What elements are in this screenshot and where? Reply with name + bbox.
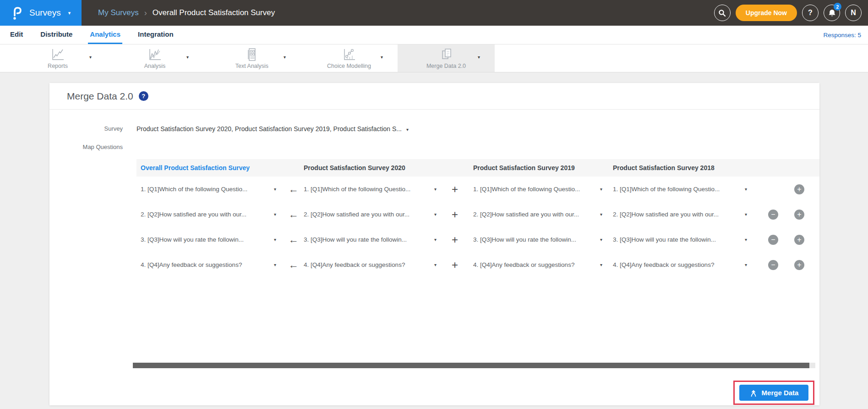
- tab-distribute[interactable]: Distribute: [38, 26, 74, 44]
- table-header: Overall Product Satisfaction Survey Prod…: [136, 159, 819, 177]
- topbar-actions: Upgrade Now ? 2 N: [714, 5, 868, 21]
- choice-chart-icon: [341, 48, 357, 61]
- panel-header: Merge Data 2.0 ?: [49, 83, 819, 110]
- help-icon[interactable]: ?: [139, 91, 148, 101]
- chevron-down-icon: ▾: [434, 212, 437, 217]
- chevron-down-icon: ▾: [68, 10, 71, 16]
- chevron-down-icon: ▾: [434, 187, 437, 192]
- chevron-down-icon[interactable]: ▾: [89, 55, 92, 60]
- question-dropdown[interactable]: 1. [Q1]Which of the following Questio...…: [141, 177, 276, 202]
- remove-row-button[interactable]: −: [768, 235, 778, 245]
- merge-data-panel: Merge Data 2.0 ? Survey Product Satisfac…: [49, 83, 819, 405]
- toolbar-item-reports[interactable]: ▾ Reports: [9, 44, 106, 72]
- tab-analytics[interactable]: Analytics: [88, 26, 122, 44]
- page-content: Merge Data 2.0 ? Survey Product Satisfac…: [0, 72, 868, 409]
- table-row: 2. [Q2]How satisfied are you with our...…: [136, 202, 819, 227]
- remove-row-button[interactable]: −: [768, 260, 778, 270]
- chevron-down-icon: ▾: [600, 187, 602, 192]
- chevron-down-icon[interactable]: ▾: [284, 55, 286, 60]
- question-dropdown[interactable]: 3. [Q3]How will you rate the followin...…: [473, 227, 602, 252]
- chevron-down-icon: ▾: [434, 262, 437, 267]
- column-header-2020: Product Satisfaction Survey 2020: [304, 159, 405, 177]
- question-mapping-table: Overall Product Satisfaction Survey Prod…: [136, 159, 819, 277]
- merge-arrows-icon: [749, 389, 758, 397]
- bell-icon: [828, 9, 836, 17]
- notification-badge: 2: [834, 3, 841, 11]
- horizontal-scrollbar[interactable]: [133, 363, 815, 368]
- analytics-toolbar: ▾ Reports ▾ Analysis ▾ Text Analysis: [0, 44, 868, 72]
- toolbar-item-analysis[interactable]: ▾ Analysis: [106, 44, 203, 72]
- question-dropdown[interactable]: 2. [Q2]How satisfied are you with our...…: [613, 202, 747, 227]
- chevron-down-icon: ▾: [600, 262, 602, 267]
- tab-integration[interactable]: Integration: [136, 26, 175, 44]
- table-row: 4. [Q4]Any feedback or suggestions?▾ ← 4…: [136, 252, 819, 277]
- chevron-down-icon: ▾: [745, 237, 747, 242]
- chevron-down-icon[interactable]: ▾: [186, 55, 189, 60]
- toolbar-item-merge-data[interactable]: ▾ Merge Data 2.0: [398, 44, 495, 72]
- chevron-down-icon: ▾: [274, 237, 276, 242]
- question-dropdown[interactable]: 4. [Q4]Any feedback or suggestions?▾: [473, 252, 602, 277]
- plus-separator-icon: +: [449, 202, 461, 227]
- multi-line-chart-icon: [147, 48, 163, 61]
- question-dropdown[interactable]: 2. [Q2]How satisfied are you with our...…: [473, 202, 602, 227]
- product-name: Surveys: [29, 8, 61, 18]
- chevron-down-icon[interactable]: ▾: [381, 55, 383, 60]
- plus-separator-icon: +: [449, 177, 461, 202]
- section-nav: Edit Distribute Analytics Integration Re…: [0, 26, 868, 44]
- column-header-overall[interactable]: Overall Product Satisfaction Survey: [141, 159, 250, 177]
- merge-pages-icon: [438, 48, 454, 61]
- chevron-down-icon: ▾: [745, 212, 747, 217]
- add-row-button[interactable]: +: [794, 210, 804, 220]
- question-dropdown[interactable]: 4. [Q4]Any feedback or suggestions?▾: [141, 252, 276, 277]
- column-header-2018: Product Satisfaction Survey 2018: [613, 159, 715, 177]
- chevron-down-icon: ▾: [600, 237, 602, 242]
- survey-select[interactable]: Product Satisfaction Survey 2020, Produc…: [136, 125, 409, 133]
- merge-data-button[interactable]: Merge Data: [739, 385, 808, 401]
- chevron-down-icon[interactable]: ▾: [478, 55, 480, 60]
- question-dropdown[interactable]: 2. [Q2]How satisfied are you with our...…: [304, 202, 437, 227]
- add-row-button[interactable]: +: [794, 184, 804, 194]
- map-arrow-icon: ←: [287, 227, 300, 252]
- help-button[interactable]: ?: [802, 5, 819, 21]
- question-dropdown[interactable]: 2. [Q2]How satisfied are you with our...…: [141, 202, 276, 227]
- map-questions-label: Map Questions: [49, 144, 123, 150]
- map-questions-row: Map Questions: [49, 144, 819, 152]
- add-row-button[interactable]: +: [794, 235, 804, 245]
- tab-edit[interactable]: Edit: [8, 26, 25, 44]
- text-report-icon: [244, 48, 260, 61]
- product-switcher[interactable]: Surveys ▾: [0, 0, 82, 26]
- map-arrow-icon: ←: [287, 252, 300, 277]
- chevron-down-icon: ▾: [274, 187, 276, 192]
- avatar[interactable]: N: [845, 5, 862, 21]
- question-dropdown[interactable]: 3. [Q3]How will you rate the followin...…: [613, 227, 747, 252]
- add-row-button[interactable]: +: [794, 260, 804, 270]
- question-dropdown[interactable]: 3. [Q3]How will you rate the followin...…: [141, 227, 276, 252]
- chevron-down-icon: ▾: [406, 127, 409, 132]
- notifications-button[interactable]: 2: [824, 5, 840, 21]
- question-dropdown[interactable]: 4. [Q4]Any feedback or suggestions?▾: [613, 252, 747, 277]
- question-dropdown[interactable]: 1. [Q1]Which of the following Questio...…: [613, 177, 747, 202]
- plus-separator-icon: +: [449, 227, 461, 252]
- table-row: 1. [Q1]Which of the following Questio...…: [136, 177, 819, 202]
- questionpro-logo-icon: [11, 5, 23, 21]
- question-dropdown[interactable]: 1. [Q1]Which of the following Questio...…: [473, 177, 602, 202]
- chevron-down-icon: ▾: [274, 212, 276, 217]
- question-dropdown[interactable]: 1. [Q1]Which of the following Questio...…: [304, 177, 437, 202]
- chevron-down-icon: ▾: [745, 262, 747, 267]
- survey-selector-row: Survey Product Satisfaction Survey 2020,…: [49, 125, 819, 134]
- breadcrumb-my-surveys[interactable]: My Surveys: [98, 8, 139, 17]
- toolbar-item-text-analysis[interactable]: ▾ Text Analysis: [203, 44, 300, 72]
- scrollbar-thumb[interactable]: [133, 363, 809, 368]
- upgrade-now-button[interactable]: Upgrade Now: [736, 5, 797, 21]
- toolbar-item-choice-modelling[interactable]: ▾ Choice Modelling: [300, 44, 398, 72]
- topbar: Surveys ▾ My Surveys › Overall Product S…: [0, 0, 868, 26]
- search-button[interactable]: [714, 5, 731, 21]
- page-title: Merge Data 2.0: [67, 91, 133, 102]
- line-chart-icon: [50, 48, 66, 61]
- chevron-down-icon: ▾: [745, 187, 747, 192]
- annotation-highlight-box: Merge Data: [733, 381, 814, 405]
- question-dropdown[interactable]: 4. [Q4]Any feedback or suggestions?▾: [304, 252, 437, 277]
- remove-row-button[interactable]: −: [768, 210, 778, 220]
- question-dropdown[interactable]: 3. [Q3]How will you rate the followin...…: [304, 227, 437, 252]
- table-row: 3. [Q3]How will you rate the followin...…: [136, 227, 819, 252]
